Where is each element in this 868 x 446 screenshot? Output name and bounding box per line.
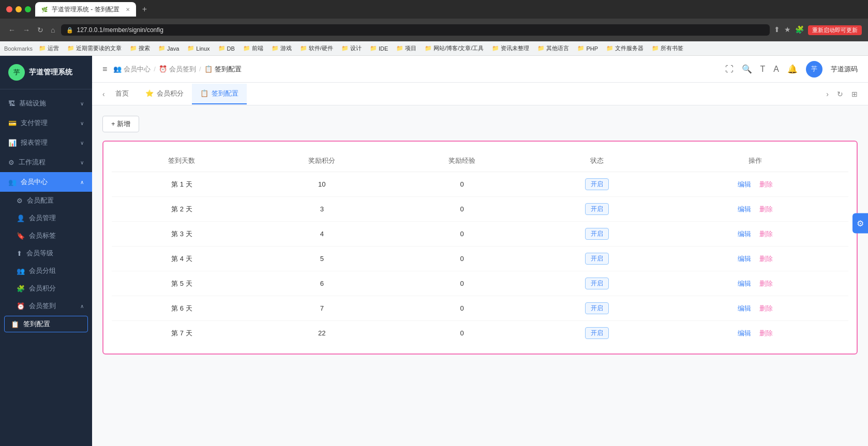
bookmark-java[interactable]: 📁Java xyxy=(155,44,182,53)
sidebar-sub-member-level[interactable]: ⬆ 会员等级 xyxy=(0,244,92,262)
payment-icon: 💳 xyxy=(8,119,17,127)
status-badge: 开启 xyxy=(585,302,609,314)
sidebar-item-label-member-center: 会员中心 xyxy=(21,177,48,187)
sidebar-item-label-workflow: 工作流程 xyxy=(19,158,46,167)
tab-member-points[interactable]: ⭐ 会员积分 xyxy=(137,84,192,104)
tab-home[interactable]: 首页 xyxy=(107,84,137,104)
float-settings-button[interactable]: ⚙ xyxy=(852,213,868,233)
restart-notice[interactable]: 重新启动即可更新 xyxy=(808,25,862,35)
bookmark-news[interactable]: 📁资讯未整理 xyxy=(489,43,532,53)
bookmark-design[interactable]: 📁设计 xyxy=(338,43,365,53)
browser-tab[interactable]: 🌿 芋道管理系统 - 签到配置 ✕ xyxy=(35,2,136,17)
page-content: + 新增 签到天数 奖励积分 奖励经验 状态 操作 第 1 天 xyxy=(92,105,868,446)
share-icon[interactable]: ⬆ xyxy=(774,25,780,35)
fullscreen-button[interactable] xyxy=(25,6,31,12)
close-button[interactable] xyxy=(6,6,12,12)
bookmark-articles[interactable]: 📁近期需要读的文章 xyxy=(64,43,125,53)
fullscreen-icon[interactable]: ⛶ xyxy=(725,65,734,74)
cell-actions: 编辑 删除 xyxy=(662,296,848,321)
tab-nav-right-button[interactable]: › xyxy=(824,88,831,100)
tab-signin-config[interactable]: 📋 签到配置 xyxy=(192,84,247,104)
bookmark-frontend[interactable]: 📁前端 xyxy=(240,43,266,53)
bookmark-software[interactable]: 📁软件/硬件 xyxy=(297,43,336,53)
sidebar-sub-label-member-tag: 会员标签 xyxy=(29,231,56,240)
bookmark-files[interactable]: 📁文件服务器 xyxy=(603,43,647,53)
breadcrumb-member-center[interactable]: 👥 会员中心 xyxy=(113,65,151,74)
tab-grid-button[interactable]: ⊞ xyxy=(849,88,860,100)
edit-button[interactable]: 编辑 xyxy=(735,303,754,314)
delete-button[interactable]: 删除 xyxy=(756,204,776,215)
edit-button[interactable]: 编辑 xyxy=(735,179,754,190)
edit-button[interactable]: 编辑 xyxy=(735,278,754,289)
lock-icon: 🔒 xyxy=(66,27,73,34)
sidebar-sub-label-member-config: 会员配置 xyxy=(27,196,54,205)
search-icon[interactable]: 🔍 xyxy=(742,64,752,74)
sidebar-sub-label-signin-config: 签到配置 xyxy=(23,319,50,329)
delete-button[interactable]: 删除 xyxy=(756,328,776,339)
chevron-workflow-icon: ∨ xyxy=(80,160,84,165)
tab-signin-config-label: 签到配置 xyxy=(212,89,238,98)
forward-button[interactable]: → xyxy=(21,25,32,35)
delete-button[interactable]: 删除 xyxy=(756,303,776,314)
hamburger-button[interactable]: ≡ xyxy=(102,65,107,74)
delete-button[interactable]: 删除 xyxy=(756,228,776,240)
member-center-icon: 👥 xyxy=(8,178,17,186)
address-bar[interactable]: 🔒 127.0.0.1/member/signin/config xyxy=(61,24,770,36)
sidebar-logo-title: 芋道管理系统 xyxy=(29,68,72,77)
cell-points: 22 xyxy=(252,321,392,346)
notification-icon[interactable]: 🔔 xyxy=(787,64,798,74)
workflow-icon: ⚙ xyxy=(8,159,14,166)
sidebar-sub-member-points[interactable]: 🧩 会员积分 xyxy=(0,280,92,297)
bookmark-icon[interactable]: ★ xyxy=(784,25,791,35)
new-tab-button[interactable]: + xyxy=(142,5,147,14)
refresh-button[interactable]: ↻ xyxy=(35,25,46,35)
bookmark-search[interactable]: 📁搜索 xyxy=(127,43,153,53)
sidebar-sub-member-tag[interactable]: 🔖 会员标签 xyxy=(0,227,92,244)
header-right: ⛶ 🔍 T A 🔔 芋 芋道源码 xyxy=(725,61,858,78)
add-button[interactable]: + 新增 xyxy=(102,116,139,132)
sidebar-sub-label-member-group: 会员分组 xyxy=(29,266,56,275)
font-size-icon[interactable]: T xyxy=(760,65,766,74)
cell-exp: 0 xyxy=(392,296,532,321)
sidebar-item-member-center[interactable]: 👥 会员中心 ∧ xyxy=(0,172,92,192)
bookmark-game[interactable]: 📁游戏 xyxy=(268,43,295,53)
sidebar-sub-member-config[interactable]: ⚙ 会员配置 xyxy=(0,192,92,209)
bookmark-yundao[interactable]: 📁运营 xyxy=(36,43,62,53)
sidebar-sub-signin-config[interactable]: 📋 签到配置 xyxy=(4,316,88,332)
bookmark-website[interactable]: 📁网站/博客/文章/工具 xyxy=(422,43,487,53)
sidebar-sub-member-mgmt[interactable]: 👤 会员管理 xyxy=(0,209,92,227)
sidebar-item-infra[interactable]: 🏗 基础设施 ∨ xyxy=(0,94,92,113)
back-button[interactable]: ← xyxy=(6,25,18,35)
tab-nav-left-button[interactable]: ‹ xyxy=(100,88,107,100)
breadcrumb-member-signin[interactable]: ⏰ 会员签到 xyxy=(159,65,196,74)
bookmark-db[interactable]: 📁DB xyxy=(215,44,238,53)
bookmark-php[interactable]: 📁PHP xyxy=(574,44,601,53)
tab-refresh-button[interactable]: ↻ xyxy=(835,88,845,100)
bookmark-other-lang[interactable]: 📁其他语言 xyxy=(534,43,572,53)
translate-icon[interactable]: A xyxy=(773,65,779,74)
sidebar-item-workflow[interactable]: ⚙ 工作流程 ∨ xyxy=(0,152,92,172)
extensions-icon[interactable]: 🧩 xyxy=(795,25,804,35)
delete-button[interactable]: 删除 xyxy=(756,179,776,190)
bookmark-linux[interactable]: 📁Linux xyxy=(184,44,213,53)
bookmark-ide[interactable]: 📁IDE xyxy=(367,44,391,53)
sidebar-item-reports[interactable]: 📊 报表管理 ∨ xyxy=(0,133,92,152)
cell-points: 4 xyxy=(252,222,392,247)
bookmark-all[interactable]: 📁所有书签 xyxy=(649,43,686,53)
edit-button[interactable]: 编辑 xyxy=(735,253,754,265)
home-button[interactable]: ⌂ xyxy=(49,25,57,35)
sidebar-sub-member-group[interactable]: 👥 会员分组 xyxy=(0,262,92,280)
cell-points: 3 xyxy=(252,197,392,222)
edit-button[interactable]: 编辑 xyxy=(735,328,754,339)
delete-button[interactable]: 删除 xyxy=(756,253,776,265)
sidebar-sub-label-member-level: 会员等级 xyxy=(26,249,53,258)
sidebar-item-payment[interactable]: 💳 支付管理 ∨ xyxy=(0,113,92,133)
edit-button[interactable]: 编辑 xyxy=(735,204,754,215)
sidebar-sub-member-signin[interactable]: ⏰ 会员签到 ∧ xyxy=(0,297,92,315)
tab-close-icon[interactable]: ✕ xyxy=(126,7,130,12)
bookmark-project[interactable]: 📁项目 xyxy=(393,43,420,53)
delete-button[interactable]: 删除 xyxy=(756,278,776,289)
edit-button[interactable]: 编辑 xyxy=(735,228,754,240)
minimize-button[interactable] xyxy=(16,6,22,12)
cell-actions: 编辑 删除 xyxy=(662,197,848,222)
